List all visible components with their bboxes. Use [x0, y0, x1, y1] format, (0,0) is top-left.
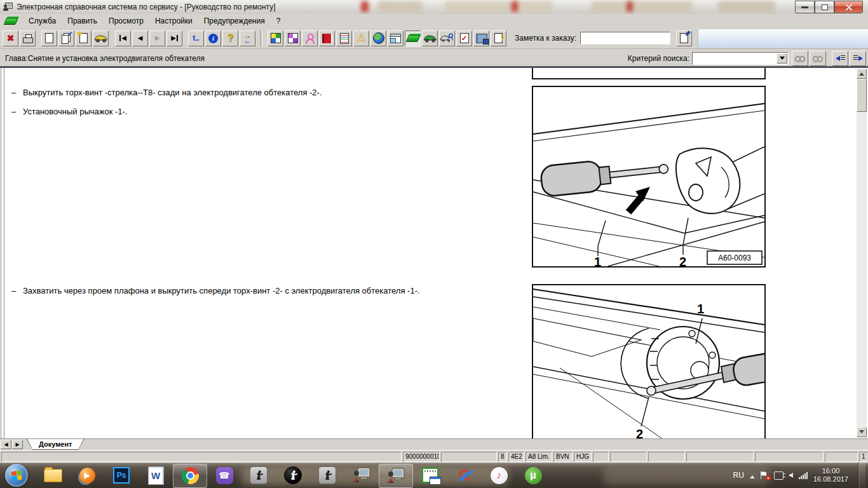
elsa-book-button[interactable] [405, 30, 421, 46]
scroll-up-icon [859, 70, 864, 76]
menu-edit[interactable]: Править [62, 15, 103, 27]
taskbar-counter-strike-3[interactable] [310, 463, 344, 488]
window-title: Электронная справочная система по сервис… [17, 3, 276, 11]
print-button[interactable] [20, 30, 36, 46]
taskbar-counter-strike-2[interactable] [276, 463, 310, 488]
tab-scroll-left-button[interactable]: ◀ [1, 440, 11, 449]
next-record-button[interactable]: ▶ [149, 30, 165, 46]
taskbar-chrome[interactable] [173, 464, 207, 488]
elsawin-icon [386, 467, 405, 485]
counter-strike-icon [318, 466, 336, 484]
instruction-step: – Установочный рычажок -1-. [11, 107, 520, 116]
figure-a60-0093: 1 2 A60-0093 [532, 86, 766, 268]
language-indicator[interactable]: RU [733, 471, 744, 480]
start-button[interactable] [5, 464, 28, 487]
car-service-button[interactable] [439, 30, 455, 46]
instruction-step: – Выкрутить торх-винт -стрелка--Т8- сзад… [11, 88, 520, 97]
binoculars-icon [795, 55, 805, 62]
vertical-scrollbar[interactable] [857, 69, 867, 437]
status-panel-type: 4E2 [508, 452, 524, 462]
document-view[interactable]: – Выкрутить торх-винт -стрелка--Т8- сзад… [0, 67, 868, 438]
document-help-button[interactable]: ? [491, 30, 506, 46]
vehicle-button[interactable] [93, 30, 109, 46]
clock[interactable]: 16:00 16.08.2017 [813, 467, 848, 484]
figure-2: 1 2 [532, 284, 766, 439]
taskbar-utorrent[interactable]: µ [516, 463, 550, 488]
show-desktop-button[interactable] [858, 463, 865, 488]
manual-button[interactable] [319, 30, 335, 46]
menu-settings[interactable]: Настройки [149, 15, 198, 27]
exit-document-button[interactable]: ✖ [3, 30, 18, 46]
scroll-down-button[interactable] [857, 427, 867, 437]
taskbar-ccleaner[interactable]: C [447, 463, 482, 488]
taskbar-elsawin-active[interactable] [379, 464, 413, 488]
menu-view[interactable]: Просмотр [103, 15, 149, 27]
menu-warnings[interactable]: Предупреждения [198, 15, 271, 27]
last-record-button[interactable]: ▶ [166, 30, 182, 46]
status-panel [648, 452, 685, 462]
taskbar-elsawin[interactable] [344, 463, 379, 488]
menu-help[interactable]: ? [271, 15, 287, 27]
combo-dropdown-button[interactable] [776, 53, 787, 64]
jump-forward-button[interactable] [850, 51, 866, 66]
taskbar-license-manager[interactable] [413, 463, 447, 488]
green-car-button[interactable] [422, 30, 438, 46]
close-button[interactable] [834, 1, 863, 13]
new-document-button[interactable] [41, 30, 57, 46]
close-icon [845, 3, 853, 11]
copy-pages-button[interactable]: ✓ [58, 30, 74, 46]
document-list-button[interactable] [336, 30, 352, 46]
background-icon-blur [627, 1, 633, 12]
tab-document[interactable]: Документ [27, 439, 83, 449]
customer-button[interactable] [302, 30, 318, 46]
document-help-icon: ? [494, 33, 503, 43]
previous-record-button[interactable]: ◀ [132, 30, 148, 46]
taskbar-viber[interactable]: ☎ [207, 463, 241, 488]
menu-bar: Служба Править Просмотр Настройки Предуп… [0, 14, 868, 29]
minimize-button[interactable] [795, 1, 815, 13]
info-button[interactable]: i [205, 30, 221, 46]
tab-left-icon: ◀ [4, 442, 8, 447]
taskbar-itunes[interactable]: ♪ [482, 463, 516, 488]
history-button[interactable]: t.. [188, 30, 204, 46]
signal-icon[interactable] [799, 472, 808, 479]
volume-icon[interactable] [789, 473, 793, 478]
scrollbar-thumb[interactable] [857, 79, 867, 112]
parts-grid-button[interactable] [268, 30, 283, 46]
help-button[interactable]: ? [222, 30, 238, 46]
new-note-button[interactable]: ★ [76, 30, 92, 46]
callout-1: 1 [697, 302, 704, 316]
checklist-button[interactable]: ✓ [456, 30, 472, 46]
order-note-input[interactable] [580, 32, 670, 44]
taskbar-word[interactable]: W [139, 463, 173, 488]
taskbar-explorer[interactable] [36, 463, 70, 488]
archive-button[interactable] [473, 30, 489, 46]
background-tab-blur [718, 1, 775, 12]
order-note-button[interactable]: ✎ [676, 30, 692, 46]
taskbar-counter-strike[interactable] [241, 463, 276, 488]
hidden-icons-button[interactable] [750, 473, 755, 478]
menu-service[interactable]: Служба [23, 15, 62, 27]
warning-button[interactable]: ⚠ [353, 30, 369, 46]
taskbar-photoshop[interactable]: Ps [104, 463, 139, 488]
first-record-button[interactable]: ◀ [115, 30, 131, 46]
network-icon[interactable] [774, 471, 783, 480]
binoculars-icon [813, 55, 823, 62]
search-next-button[interactable] [810, 51, 826, 66]
jump-back-button[interactable] [832, 51, 848, 66]
utorrent-icon: µ [525, 467, 542, 484]
restore-button[interactable] [815, 1, 834, 13]
price-grid-button[interactable] [285, 30, 301, 46]
search-criteria-combobox[interactable] [692, 52, 789, 65]
scroll-up-button[interactable] [857, 69, 867, 79]
figure-code: A60-0093 [718, 254, 751, 262]
search-previous-button[interactable] [792, 51, 808, 66]
window-layout-button[interactable] [388, 30, 403, 46]
order-note-label: Заметка к заказу: [515, 34, 576, 43]
globe-button[interactable] [370, 30, 386, 46]
action-center-icon[interactable]: x [761, 471, 768, 479]
taskbar-media-player[interactable]: ▶ [70, 463, 104, 488]
background-icon-blur [361, 1, 369, 12]
tab-scroll-right-button[interactable]: ▶ [12, 440, 23, 449]
swap-arrows-button[interactable]: →← [240, 30, 255, 46]
